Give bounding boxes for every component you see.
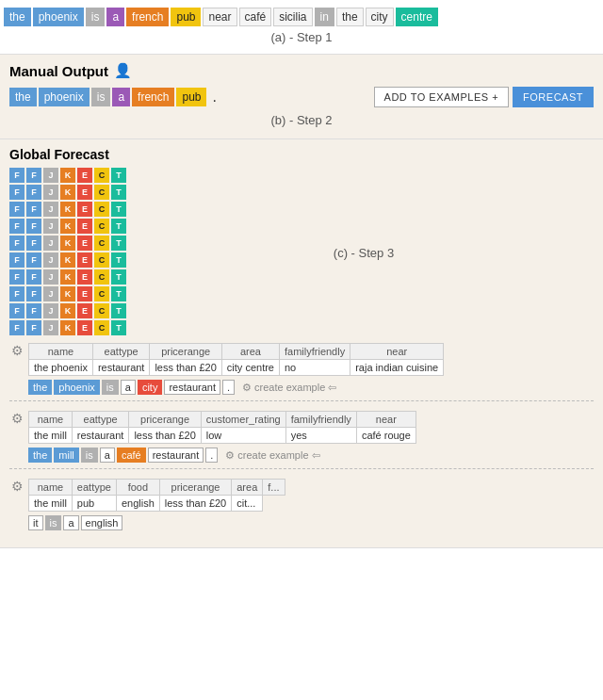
forecast-cell: T (111, 320, 126, 335)
example-token: is (45, 515, 62, 530)
manual-token: phoenix (39, 88, 90, 106)
example-token: english (81, 515, 123, 530)
create-example-link[interactable]: ⚙ create example ⇦ (225, 449, 319, 462)
forecast-cell: J (43, 202, 58, 217)
forecast-cell: T (111, 185, 126, 200)
manual-buttons: ADD TO EXAMPLES + FORECAST (374, 87, 594, 107)
forecast-cell: F (9, 168, 24, 183)
table-header: familyfriendly (285, 412, 356, 428)
table-cell: café rouge (356, 428, 416, 444)
table-cell: city centre (221, 360, 279, 376)
forecast-col: JJJJJJJJJJ (43, 168, 58, 335)
gear-icon[interactable]: ⚙ (9, 343, 24, 358)
forecast-cell: F (26, 269, 41, 285)
table-header: eattype (72, 412, 129, 428)
data-table: nameeattypepricerangeareafamilyfriendlyn… (28, 343, 444, 376)
forecast-cell: E (77, 219, 92, 234)
table-row: the millrestaurantless than £20lowyescaf… (29, 428, 416, 444)
separator (9, 400, 594, 401)
example-token: a (121, 380, 136, 395)
table-header: eattype (92, 344, 150, 360)
forecast-cell: T (111, 303, 126, 318)
forecast-cell: F (9, 252, 24, 268)
forecast-cell: C (94, 236, 109, 251)
forecast-cell: K (60, 202, 75, 217)
data-table: nameeattypepricerangecustomer_ratingfami… (28, 411, 416, 444)
table-row: the millpubenglishless than £20cit... (29, 496, 285, 512)
forecast-cell: J (43, 303, 58, 318)
forecast-cell: T (111, 269, 126, 285)
data-block: ⚙nameeattypefoodpricerangeareaf...the mi… (9, 479, 594, 530)
table-header: f... (263, 480, 285, 496)
forecast-cell: E (77, 303, 92, 318)
table-header: pricerange (159, 480, 231, 496)
forecast-cell: J (43, 185, 58, 200)
forecast-cell: T (111, 236, 126, 251)
forecast-cell: F (26, 320, 41, 335)
forecast-cell: E (77, 185, 92, 200)
forecast-cell: T (111, 202, 126, 217)
forecast-col: TTTTTTTTTT (111, 168, 126, 335)
forecast-cell: T (111, 286, 126, 301)
forecast-cell: C (94, 168, 109, 183)
forecast-cell: J (43, 286, 58, 301)
manual-token: is (91, 88, 111, 106)
manual-output-title: Manual Output 👤 (9, 62, 594, 79)
forecast-cell: F (26, 202, 41, 217)
forecast-col: CCCCCCCCCC (94, 168, 109, 335)
forecast-cell: J (43, 252, 58, 268)
example-token: mill (54, 448, 79, 463)
forecast-cell: F (9, 303, 24, 318)
forecast-cell: F (9, 202, 24, 217)
token-a: pub (171, 8, 201, 26)
manual-token: pub (176, 88, 206, 106)
example-token: the (28, 448, 52, 463)
forecast-cell: F (26, 303, 41, 318)
table-header: name (29, 412, 73, 428)
table-cell: the phoenix (29, 360, 93, 376)
forecast-cell: J (43, 269, 58, 285)
forecast-cell: J (43, 219, 58, 234)
data-table-wrap: ⚙nameeattypepricerangeareafamilyfriendly… (9, 343, 594, 376)
section-c: Global Forecast FFFFFFFFFFFFFFFFFFFFJJJJ… (0, 139, 603, 548)
gear-icon[interactable]: ⚙ (9, 479, 24, 494)
data-block: ⚙nameeattypepricerangeareafamilyfriendly… (9, 343, 594, 401)
manual-token: french (132, 88, 174, 106)
token-row-a: thephoenixisafrenchpubnearcafésiciliaint… (4, 8, 599, 26)
data-table: nameeattypefoodpricerangeareaf...the mil… (28, 479, 285, 512)
example-token: phoenix (54, 380, 100, 395)
forecast-cell: J (43, 236, 58, 251)
forecast-button[interactable]: FORECAST (513, 87, 594, 107)
example-token: . (205, 448, 218, 463)
add-to-examples-button[interactable]: ADD TO EXAMPLES + (374, 87, 510, 107)
table-cell: less than £20 (159, 496, 231, 512)
forecast-cell: K (60, 303, 75, 318)
forecast-cell: F (9, 219, 24, 234)
forecast-cell: F (26, 236, 41, 251)
data-table-wrap: ⚙nameeattypepricerangecustomer_ratingfam… (9, 411, 594, 444)
example-token: it (28, 515, 43, 530)
token-a: the (336, 8, 364, 26)
example-row: itisaenglish (28, 515, 594, 530)
create-example-link[interactable]: ⚙ create example ⇦ (242, 382, 336, 394)
table-cell: the mill (29, 428, 73, 444)
forecast-cell: K (60, 286, 75, 301)
table-header: area (221, 344, 279, 360)
token-a: near (203, 8, 236, 26)
table-cell: restaurant (92, 360, 150, 376)
manual-output-text: Manual Output (9, 63, 108, 79)
forecast-cell: C (94, 320, 109, 335)
example-token: city (138, 380, 163, 395)
global-forecast-title: Global Forecast (9, 147, 594, 162)
gear-icon[interactable]: ⚙ (9, 411, 24, 426)
example-token: café (117, 448, 146, 463)
step-label-b: (b) - Step 2 (9, 113, 594, 127)
forecast-cell: F (26, 286, 41, 301)
table-header: food (116, 480, 159, 496)
manual-dot: . (212, 89, 216, 106)
forecast-col: FFFFFFFFFF (26, 168, 41, 335)
separator (9, 468, 594, 469)
table-cell: cit... (232, 496, 263, 512)
manual-token-row: thephoenixisafrenchpub (9, 88, 208, 106)
forecast-cell: F (9, 320, 24, 335)
